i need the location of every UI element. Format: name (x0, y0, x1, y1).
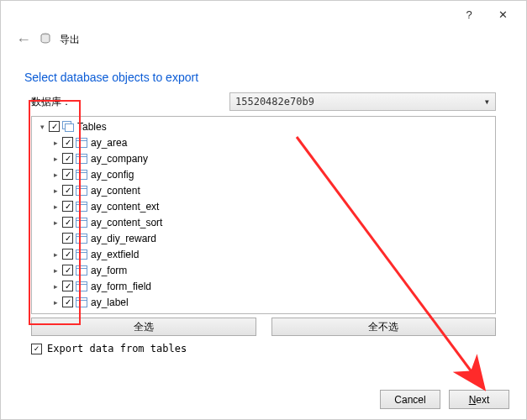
database-label: 数据库： (31, 95, 71, 109)
database-dropdown[interactable]: 15520482e70b9 ▾ (229, 92, 496, 111)
expander-icon[interactable]: ▸ (50, 281, 61, 291)
tree-item[interactable]: ▸✓ay_label (32, 294, 495, 310)
table-icon (76, 297, 87, 307)
select-none-button[interactable]: 全不选 (271, 318, 497, 336)
expander-icon[interactable]: ▸ (50, 138, 61, 148)
table-icon (76, 265, 87, 276)
expander-icon (50, 234, 61, 244)
next-rest: ext (476, 394, 489, 406)
table-icon (76, 218, 87, 228)
tree-item-label: ay_content_sort (91, 217, 162, 228)
tree-item-label: ay_company (91, 153, 148, 165)
expander-icon[interactable]: ▸ (50, 154, 61, 164)
wizard-header: ← 导出 (1, 28, 526, 55)
close-button[interactable]: ✕ (486, 3, 519, 26)
checkbox[interactable]: ✓ (62, 249, 73, 260)
back-arrow-icon[interactable]: ← (16, 31, 31, 49)
database-row: 数据库： 15520482e70b9 ▾ (1, 92, 526, 116)
tree-item[interactable]: ✓ay_diy_reward (32, 230, 495, 246)
expander-icon[interactable]: ▸ (50, 202, 61, 212)
cancel-button[interactable]: Cancel (380, 390, 440, 409)
tree-item[interactable]: ▸✓ay_form (32, 262, 495, 278)
expander-icon[interactable]: ▾ (37, 122, 47, 132)
selection-buttons: 全选 全不选 (31, 314, 496, 336)
database-selected-value: 15520482e70b9 (235, 96, 314, 108)
checkbox[interactable]: ✓ (62, 233, 73, 244)
wizard-footer: Cancel Next (380, 390, 509, 409)
checkbox[interactable]: ✓ (62, 153, 73, 164)
tree-item[interactable]: ▸✓ay_content_sort (32, 214, 495, 230)
expander-icon[interactable]: ▸ (50, 218, 61, 228)
table-icon (76, 202, 87, 212)
checkbox[interactable]: ✓ (62, 281, 73, 291)
table-icon (76, 170, 87, 180)
table-icon (76, 186, 87, 196)
table-icon (76, 249, 87, 260)
tree-root-tables[interactable]: ▾ ✓ Tables (32, 118, 495, 134)
checkbox[interactable]: ✓ (62, 185, 73, 196)
title-bar: ? ✕ (1, 1, 526, 28)
help-button[interactable]: ? (452, 3, 486, 26)
expander-icon[interactable]: ▸ (50, 249, 61, 260)
tree-item-label: ay_form (91, 265, 127, 276)
tree-item[interactable]: ▸✓ay_company (32, 150, 495, 166)
page-instruction: Select database objects to export (1, 55, 526, 92)
tree-item-label: ay_area (91, 137, 127, 149)
expander-icon[interactable]: ▸ (50, 170, 61, 180)
tree-item-label: ay_extfield (91, 249, 139, 260)
object-tree[interactable]: ▾ ✓ Tables ▸✓ay_area▸✓ay_company▸✓ay_con… (31, 116, 496, 314)
checkbox[interactable]: ✓ (62, 169, 73, 180)
checkbox[interactable]: ✓ (62, 265, 73, 276)
checkbox[interactable]: ✓ (62, 297, 73, 307)
checkbox[interactable]: ✓ (62, 137, 73, 148)
tree-item[interactable]: ▸✓ay_content_ext (32, 198, 495, 214)
tree-item[interactable]: ▸✓ay_extfield (32, 246, 495, 262)
chevron-down-icon: ▾ (484, 96, 490, 108)
tree-item-label: ay_label (91, 297, 129, 308)
expander-icon[interactable]: ▸ (50, 297, 61, 307)
tree-item[interactable]: ▸✓ay_area (32, 134, 495, 150)
checkbox[interactable]: ✓ (62, 201, 73, 212)
tree-item[interactable]: ▸✓ay_form_field (32, 278, 495, 294)
next-button[interactable]: Next (449, 390, 509, 409)
tree-root-label: Tables (77, 121, 107, 133)
tree-item-label: ay_form_field (91, 281, 151, 292)
wizard-title: 导出 (60, 33, 80, 47)
expander-icon[interactable]: ▸ (50, 186, 61, 196)
export-data-row: ✓ Export data from tables (1, 336, 526, 354)
database-icon (40, 33, 51, 47)
select-all-button[interactable]: 全选 (31, 318, 256, 336)
tree-item-label: ay_content_ext (91, 201, 159, 213)
tree-item[interactable]: ▸✓ay_content (32, 182, 495, 198)
export-data-checkbox[interactable]: ✓ (31, 344, 42, 354)
checkbox[interactable]: ✓ (49, 121, 60, 132)
tree-item[interactable]: ▸✓ay_config (32, 166, 495, 182)
tables-group-icon (62, 121, 74, 133)
table-icon (76, 281, 87, 291)
tree-item-label: ay_config (91, 169, 134, 181)
table-icon (76, 138, 87, 148)
checkbox[interactable]: ✓ (62, 217, 73, 228)
expander-icon[interactable]: ▸ (50, 265, 61, 276)
table-icon (76, 154, 87, 164)
table-icon (76, 234, 87, 244)
tree-item-label: ay_diy_reward (91, 233, 156, 244)
export-data-label: Export data from tables (47, 343, 187, 354)
tree-item-label: ay_content (91, 185, 140, 197)
